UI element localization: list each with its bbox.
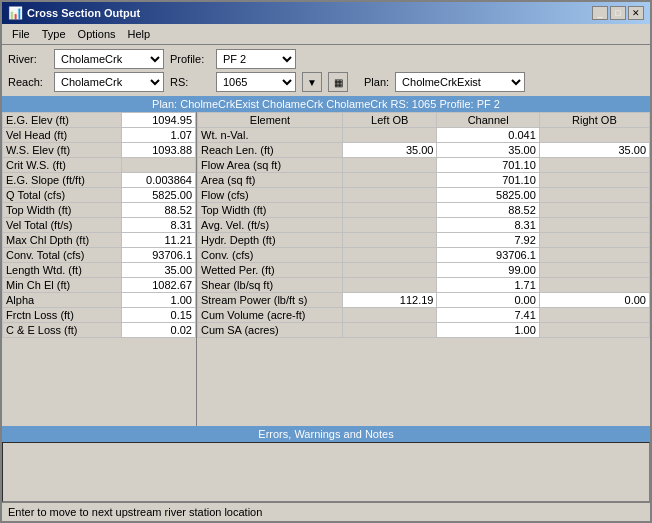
row-label: Vel Total (ft/s) bbox=[3, 218, 122, 233]
plan-label: Plan: bbox=[364, 76, 389, 88]
right-ob-col bbox=[539, 128, 649, 143]
row-value: 1082.67 bbox=[121, 278, 195, 293]
row-value: 11.21 bbox=[121, 233, 195, 248]
profile-select[interactable]: PF 2 bbox=[216, 49, 296, 69]
element-col: Flow (cfs) bbox=[198, 188, 343, 203]
row-label: Frctn Loss (ft) bbox=[3, 308, 122, 323]
nav-down-button[interactable]: ▼ bbox=[302, 72, 322, 92]
menu-type[interactable]: Type bbox=[36, 26, 72, 42]
title-bar: 📊 Cross Section Output _ □ ✕ bbox=[2, 2, 650, 24]
element-col: Top Width (ft) bbox=[198, 203, 343, 218]
channel-col: 99.00 bbox=[437, 263, 539, 278]
element-col: Avg. Vel. (ft/s) bbox=[198, 218, 343, 233]
main-content: E.G. Elev (ft)1094.95Vel Head (ft)1.07W.… bbox=[2, 112, 650, 426]
table-row: Wt. n-Val.0.041 bbox=[198, 128, 650, 143]
row-value: 0.003864 bbox=[121, 173, 195, 188]
left-ob-col bbox=[343, 188, 437, 203]
minimize-button[interactable]: _ bbox=[592, 6, 608, 20]
table-row: Vel Total (ft/s)8.31 bbox=[3, 218, 196, 233]
channel-col: 7.41 bbox=[437, 308, 539, 323]
status-bar: Enter to move to next upstream river sta… bbox=[2, 502, 650, 521]
main-window: 📊 Cross Section Output _ □ ✕ File Type O… bbox=[0, 0, 652, 523]
right-ob-col bbox=[539, 278, 649, 293]
row-value: 0.15 bbox=[121, 308, 195, 323]
river-select[interactable]: CholameCrk bbox=[54, 49, 164, 69]
menu-help[interactable]: Help bbox=[122, 26, 157, 42]
window-title: Cross Section Output bbox=[27, 7, 140, 19]
element-col: Cum SA (acres) bbox=[198, 323, 343, 338]
river-label: River: bbox=[8, 53, 48, 65]
table-row: Wetted Per. (ft)99.00 bbox=[198, 263, 650, 278]
row-value: 1094.95 bbox=[121, 113, 195, 128]
element-col: Shear (lb/sq ft) bbox=[198, 278, 343, 293]
row-value: 35.00 bbox=[121, 263, 195, 278]
close-button[interactable]: ✕ bbox=[628, 6, 644, 20]
menu-options[interactable]: Options bbox=[72, 26, 122, 42]
element-col: Stream Power (lb/ft s) bbox=[198, 293, 343, 308]
table-row: Cum Volume (acre-ft)7.41 bbox=[198, 308, 650, 323]
col-left-ob: Left OB bbox=[343, 113, 437, 128]
channel-col: 7.92 bbox=[437, 233, 539, 248]
row-value: 93706.1 bbox=[121, 248, 195, 263]
left-ob-col bbox=[343, 158, 437, 173]
left-ob-col bbox=[343, 278, 437, 293]
right-ob-col: 0.00 bbox=[539, 293, 649, 308]
table-row: Top Width (ft)88.52 bbox=[198, 203, 650, 218]
reach-label: Reach: bbox=[8, 76, 48, 88]
row-value: 5825.00 bbox=[121, 188, 195, 203]
table-row: Crit W.S. (ft) bbox=[3, 158, 196, 173]
left-ob-col bbox=[343, 128, 437, 143]
left-ob-col: 112.19 bbox=[343, 293, 437, 308]
right-ob-col bbox=[539, 263, 649, 278]
row-value: 0.02 bbox=[121, 323, 195, 338]
table-row: Length Wtd. (ft)35.00 bbox=[3, 263, 196, 278]
table-row: Vel Head (ft)1.07 bbox=[3, 128, 196, 143]
left-ob-col bbox=[343, 323, 437, 338]
table-row: Avg. Vel. (ft/s)8.31 bbox=[198, 218, 650, 233]
row-value: 1093.88 bbox=[121, 143, 195, 158]
table-row: Q Total (cfs)5825.00 bbox=[3, 188, 196, 203]
table-row: Max Chl Dpth (ft)11.21 bbox=[3, 233, 196, 248]
channel-col: 88.52 bbox=[437, 203, 539, 218]
table-row: Area (sq ft)701.10 bbox=[198, 173, 650, 188]
reach-select[interactable]: CholameCrk bbox=[54, 72, 164, 92]
maximize-button[interactable]: □ bbox=[610, 6, 626, 20]
left-ob-col: 35.00 bbox=[343, 143, 437, 158]
channel-col: 5825.00 bbox=[437, 188, 539, 203]
row-label: W.S. Elev (ft) bbox=[3, 143, 122, 158]
row-value bbox=[121, 158, 195, 173]
row-value: 8.31 bbox=[121, 218, 195, 233]
row-label: E.G. Elev (ft) bbox=[3, 113, 122, 128]
col-right-ob: Right OB bbox=[539, 113, 649, 128]
left-ob-col bbox=[343, 308, 437, 323]
row-value: 88.52 bbox=[121, 203, 195, 218]
river-row: River: CholameCrk Profile: PF 2 bbox=[8, 49, 644, 69]
table-row: Conv. (cfs)93706.1 bbox=[198, 248, 650, 263]
table-row: Reach Len. (ft)35.0035.0035.00 bbox=[198, 143, 650, 158]
controls-area: River: CholameCrk Profile: PF 2 Reach: C… bbox=[2, 45, 650, 96]
row-label: Alpha bbox=[3, 293, 122, 308]
table-row: Flow Area (sq ft)701.10 bbox=[198, 158, 650, 173]
row-label: Min Ch El (ft) bbox=[3, 278, 122, 293]
left-ob-col bbox=[343, 263, 437, 278]
errors-content bbox=[2, 442, 650, 502]
table-row: E.G. Elev (ft)1094.95 bbox=[3, 113, 196, 128]
row-label: Conv. Total (cfs) bbox=[3, 248, 122, 263]
profile-label: Profile: bbox=[170, 53, 210, 65]
right-ob-col bbox=[539, 248, 649, 263]
plan-select[interactable]: CholmeCrkExist bbox=[395, 72, 525, 92]
menu-file[interactable]: File bbox=[6, 26, 36, 42]
channel-col: 93706.1 bbox=[437, 248, 539, 263]
nav-table-button[interactable]: ▦ bbox=[328, 72, 348, 92]
right-ob-col bbox=[539, 188, 649, 203]
element-col: Cum Volume (acre-ft) bbox=[198, 308, 343, 323]
col-channel: Channel bbox=[437, 113, 539, 128]
channel-col: 1.71 bbox=[437, 278, 539, 293]
table-row: Alpha1.00 bbox=[3, 293, 196, 308]
table-row: Hydr. Depth (ft)7.92 bbox=[198, 233, 650, 248]
left-ob-col bbox=[343, 173, 437, 188]
bottom-area: Errors, Warnings and Notes Enter to move… bbox=[2, 426, 650, 521]
table-row: Cum SA (acres)1.00 bbox=[198, 323, 650, 338]
rs-select[interactable]: 1065 bbox=[216, 72, 296, 92]
element-col: Conv. (cfs) bbox=[198, 248, 343, 263]
